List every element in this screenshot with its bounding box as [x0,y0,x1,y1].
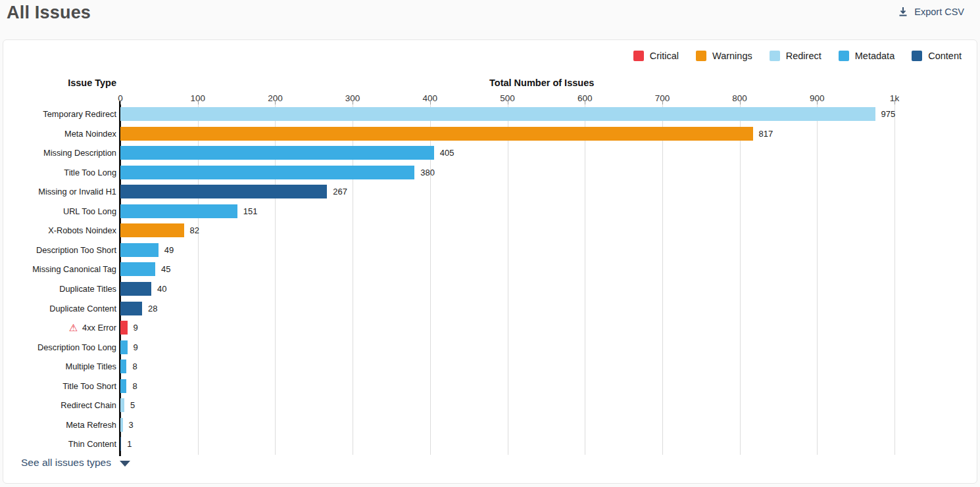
bar-description-too-long[interactable] [120,340,128,354]
legend-item-warnings[interactable]: Warnings [696,51,752,61]
bar-value: 9 [134,340,138,354]
gridline [585,104,585,455]
x-axis-title: Total Number of Issues [489,78,594,88]
bar-value: 9 [134,321,138,335]
bar-value: 1 [127,437,132,451]
bar-title-too-long[interactable] [120,166,414,179]
legend-item-metadata[interactable]: Metadata [839,51,894,61]
bar-label: Missing Description [0,146,116,160]
all-issues-page: All Issues Export CSV CriticalWarningsRe… [0,0,980,487]
bar-label: Thin Content [0,437,116,451]
bar-label-text: Missing Description [43,148,116,158]
bar-x-robots-noindex[interactable] [120,223,184,237]
bar-value: 817 [759,127,773,141]
bar-value: 49 [164,243,174,257]
bar-label-text: Meta Refresh [66,420,116,430]
bar-missing-description[interactable] [120,146,434,160]
bar-value: 40 [157,282,166,296]
bar-temporary-redirect[interactable] [120,107,875,121]
legend-swatch [912,51,922,61]
bar-4xx-error[interactable] [120,321,128,335]
bar-duplicate-titles[interactable] [120,282,151,296]
bar-label-text: Missing or Invalid H1 [38,187,116,197]
bar-missing-or-invalid-h1[interactable] [120,185,327,198]
bar-duplicate-content[interactable] [120,302,142,315]
bar-label-text: Title Too Short [62,381,116,391]
bar-label-text: Duplicate Content [49,304,116,313]
bar-label: Description Too Short [0,243,116,257]
gridline [740,104,741,455]
export-csv-button[interactable]: Export CSV [898,7,964,17]
page-title: All Issues [7,3,91,23]
bar-label: Title Too Long [0,166,116,179]
gridline [662,104,663,455]
bar-value: 151 [243,204,258,218]
bar-description-too-short[interactable] [120,243,159,257]
bar-label: Duplicate Content [0,302,116,315]
x-tick-mark [430,100,431,104]
legend-label: Content [928,51,962,61]
y-axis-title: Issue Type [0,78,116,88]
bar-label: Temporary Redirect [0,107,116,121]
legend-item-content[interactable]: Content [912,51,962,61]
bar-label-text: Redirect Chain [61,400,116,410]
bar-label: Redirect Chain [0,398,116,412]
see-all-label: See all issues types [21,457,111,469]
bar-meta-refresh[interactable] [120,418,123,432]
legend-label: Redirect [786,51,821,61]
bar-title-too-short[interactable] [120,379,126,393]
x-tick-mark [198,100,199,104]
bar-meta-noindex[interactable] [120,127,753,141]
legend-swatch [770,51,780,61]
x-tick-mark [817,100,818,104]
bar-value: 267 [333,185,347,198]
legend-label: Critical [650,51,679,61]
bar-url-too-long[interactable] [120,204,237,218]
legend-label: Metadata [855,51,894,61]
x-tick-mark [120,100,121,104]
bar-redirect-chain[interactable] [120,398,124,412]
bar-value: 380 [420,166,435,179]
bar-label: X-Robots Noindex [0,223,116,237]
bar-label-text: 4xx Error [82,323,116,333]
legend-swatch [633,51,644,61]
x-tick-mark [508,100,508,104]
bar-value: 8 [132,379,137,393]
legend-item-critical[interactable]: Critical [633,51,679,61]
x-tick-mark [740,100,741,104]
bar-label-text: Multiple Titles [65,361,116,371]
x-tick-mark [353,100,353,104]
bar-value: 45 [161,262,170,276]
bar-label-text: Thin Content [68,439,116,449]
x-tick-mark [275,100,276,104]
chevron-down-icon [120,461,130,467]
bar-missing-canonical-tag[interactable] [120,262,155,276]
bar-multiple-titles[interactable] [120,359,126,373]
x-tick-mark [662,100,663,104]
legend-item-redirect[interactable]: Redirect [770,51,821,61]
gridline [508,104,508,455]
bar-value: 5 [130,398,135,412]
bar-label-text: Title Too Long [64,168,116,177]
see-all-issue-types-link[interactable]: See all issues types [21,457,130,469]
bar-label: Title Too Short [0,379,116,393]
bar-label-text: Duplicate Titles [59,284,116,294]
bar-label: ⚠4xx Error [0,321,116,335]
legend-swatch [839,51,849,61]
bar-thin-content[interactable] [120,437,121,451]
bar-label: Description Too Long [0,340,116,354]
bar-value: 8 [132,359,137,373]
bar-label: Meta Noindex [0,127,116,141]
bar-value: 82 [190,223,199,237]
bar-label: Duplicate Titles [0,282,116,296]
bar-value: 975 [881,107,896,121]
bar-label: URL Too Long [0,204,116,218]
download-icon [898,7,908,17]
bar-value: 405 [440,146,454,160]
bar-label: Missing or Invalid H1 [0,185,116,198]
bar-value: 3 [129,418,134,432]
bar-label: Meta Refresh [0,418,116,432]
legend-label: Warnings [712,51,752,61]
chart-card [3,39,977,484]
warning-triangle-icon: ⚠ [69,322,78,333]
